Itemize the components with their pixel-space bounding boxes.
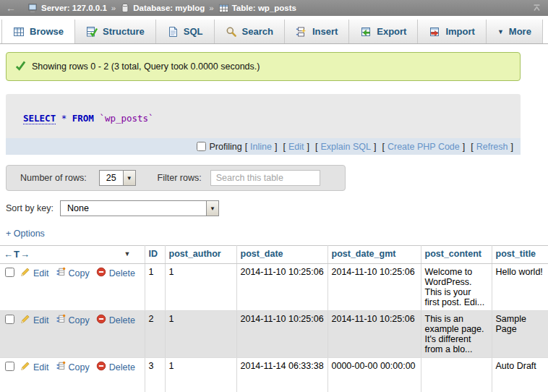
table-row: EditCopyDelete 2 1 2014-11-10 10:25:06 2… [0,311,548,358]
column-header-post-date[interactable]: post_date [236,246,327,264]
copy-link[interactable]: Copy [56,267,90,279]
filter-rows-label: Filter rows: [158,173,202,183]
breadcrumb-bar: ← Server: 127.0.0.1 » Database: myblog »… [0,0,548,16]
copy-icon [56,267,66,279]
delete-link[interactable]: Delete [96,267,135,279]
delete-link[interactable]: Delete [96,361,135,373]
bracket: ] [275,142,277,152]
edit-link[interactable]: Edit [20,361,49,373]
actions-column-header[interactable]: ←T→ ▼ [0,246,145,264]
browse-icon [13,26,25,38]
tab-structure[interactable]: Structure [75,20,156,43]
row-checkbox[interactable] [5,315,14,324]
copy-icon [56,361,66,373]
status-message: Showing rows 0 - 2 (3 total, Query took … [6,52,521,81]
breadcrumb-database-label: Database: myblog [133,4,205,12]
tab-more[interactable]: ▼ More [487,20,543,43]
copy-icon [56,314,66,326]
breadcrumb-database[interactable]: Database: myblog [120,3,205,13]
cell-post-author: 1 [165,311,236,358]
export-icon [360,26,372,38]
edit-link[interactable]: Edit [20,314,49,326]
success-check-icon [15,60,26,73]
search-icon [226,26,237,38]
link-create-php-code[interactable]: Create PHP Code [388,142,460,152]
bracket: ] [374,142,376,152]
pencil-icon [20,361,30,373]
sql-query-box: SELECT * FROM `wp_posts` Profiling [ Inl… [6,94,521,155]
row-checkbox[interactable] [5,268,14,277]
breadcrumb-separator: » [111,4,116,12]
server-icon [27,3,38,14]
pencil-icon [20,267,30,279]
cell-post-date-gmt: 0000-00-00 00:00:00 [327,358,421,392]
column-header-post-date-gmt[interactable]: post_date_gmt [327,246,421,264]
profiling-checkbox[interactable] [197,142,206,151]
cell-post-author: 1 [165,358,236,392]
link-explain-sql[interactable]: Explain SQL [320,142,370,152]
row-actions-cell: EditCopyDelete [0,264,145,311]
row-actions-cell: EditCopyDelete [0,358,145,392]
tab-browse[interactable]: Browse [1,20,75,43]
sort-dropdown-icon[interactable]: ▼ [124,250,131,257]
column-header-post-content[interactable]: post_content [421,246,492,264]
breadcrumb-separator: » [209,4,213,12]
breadcrumb-server[interactable]: Server: 127.0.0.1 [27,3,107,14]
sort-by-key-select[interactable]: None ▼ [60,200,219,216]
cell-post-date: 2014-11-10 10:25:06 [236,264,327,311]
filter-rows-input[interactable] [210,170,320,186]
header-row: ←T→ ▼ ID post_author post_date post_date… [0,246,548,264]
tab-search-label: Search [242,26,273,37]
tab-sql[interactable]: SQL [156,20,215,43]
database-icon [120,3,130,13]
cell-post-date: 2014-11-14 06:33:38 [236,358,327,392]
column-header-post-title[interactable]: post_title [492,246,548,264]
number-of-rows-value: 25 [100,171,123,185]
transpose-options-icon[interactable]: ←T→ [4,249,30,260]
tab-insert-label: Insert [312,26,338,37]
tab-import[interactable]: Import [418,20,486,43]
sort-by-key-row: Sort by key: None ▼ [6,200,548,216]
caret-down-icon: ▼ [497,28,504,35]
bracket: ] [307,142,309,152]
tab-search[interactable]: Search [215,20,285,43]
cell-post-date-gmt: 2014-11-10 10:25:06 [327,264,421,311]
select-arrow-icon: ▼ [123,171,135,185]
collapse-panel-icon[interactable] [531,3,542,13]
delete-icon [96,314,106,326]
results-table: ←T→ ▼ ID post_author post_date post_date… [0,245,548,392]
edit-link[interactable]: Edit [20,267,49,279]
back-arrow-icon[interactable]: ← [6,2,16,14]
sort-by-key-label: Sort by key: [6,203,53,213]
options-toggle-link[interactable]: + Options [6,229,45,239]
cell-post-title: Auto Draft [492,358,548,392]
copy-link[interactable]: Copy [56,361,90,373]
copy-link[interactable]: Copy [56,314,90,326]
sql-table-identifier: `wp_posts` [99,113,153,124]
link-inline[interactable]: Inline [250,142,272,152]
tab-more-label: More [509,26,531,37]
column-header-id[interactable]: ID [145,246,165,264]
delete-link[interactable]: Delete [96,314,135,326]
link-edit-query[interactable]: Edit [288,142,304,152]
status-message-text: Showing rows 0 - 2 (3 total, Query took … [32,61,260,72]
tab-bar: Browse Structure SQL Search Insert [0,16,548,44]
column-header-post-author[interactable]: post_author [165,246,236,264]
tab-export-label: Export [377,26,406,37]
breadcrumb-table[interactable]: Table: wp_posts [218,3,296,14]
row-checkbox[interactable] [5,362,14,371]
link-refresh[interactable]: Refresh [476,142,508,152]
delete-icon [96,267,106,279]
insert-icon [296,26,307,38]
number-of-rows-select[interactable]: 25 ▼ [99,170,136,186]
import-icon [429,26,440,38]
tab-export[interactable]: Export [349,20,418,43]
table-icon [218,3,229,14]
tab-insert[interactable]: Insert [285,20,349,43]
breadcrumb-table-label: Table: wp_posts [232,4,296,12]
cell-id: 1 [145,264,165,311]
cell-id: 2 [145,311,165,358]
cell-post-content: Welcome to WordPress. This is your first… [421,264,492,311]
profiling-checkbox-label[interactable]: Profiling [197,142,241,152]
tab-structure-label: Structure [103,26,145,37]
